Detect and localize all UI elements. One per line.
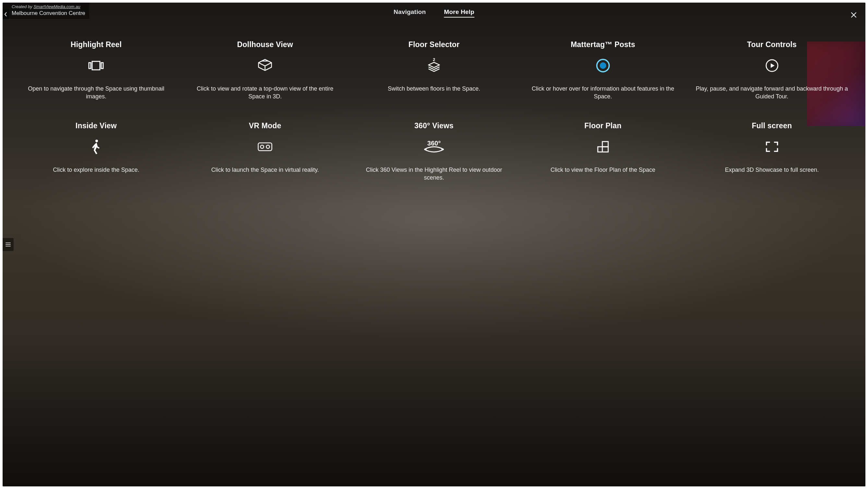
card-desc: Expand 3D Showcase to full screen. [692,166,851,174]
card-desc: Click to view and rotate a top-down view… [186,85,344,100]
svg-rect-7 [101,63,103,68]
card-desc: Click or hover over for information abou… [524,85,682,100]
svg-marker-22 [424,148,427,151]
vr-headset-icon [186,137,344,156]
close-button[interactable] [849,10,858,20]
tab-navigation[interactable]: Navigation [394,8,426,18]
card-title: Mattertag™ Posts [524,40,682,49]
card-full-screen: Full screen Expand 3D Showcase to full s… [691,119,852,184]
floor-plan-icon [524,137,682,156]
card-vr-mode: VR Mode Click to launch the Space in vir… [185,119,346,184]
card-360-views: 360° Views 360° Click 360 Views in the H… [353,119,515,184]
svg-rect-6 [89,63,91,68]
card-floor-selector: Floor Selector 2 Switch between floors i… [353,38,515,103]
title-bar: Created by SmartViewMedia.com.au Melbour… [3,3,89,19]
credit-prefix: Created by [12,4,33,9]
card-floor-plan: Floor Plan Click to view the Floor Plan … [522,119,683,184]
card-title: Floor Plan [524,121,682,130]
svg-point-18 [260,145,264,148]
back-button[interactable] [3,10,9,19]
card-desc: Open to navigate through the Space using… [17,85,176,100]
svg-rect-5 [92,61,100,70]
card-desc: Click to view the Floor Plan of the Spac… [524,166,682,174]
svg-marker-11 [429,62,439,67]
svg-marker-15 [771,63,775,68]
three-sixty-icon: 360° [355,137,514,156]
tab-more-help[interactable]: More Help [444,8,474,18]
card-mattertag-posts: Mattertag™ Posts Click or hover over for… [522,38,683,103]
card-title: Highlight Reel [17,40,176,49]
card-dollhouse-view: Dollhouse View Click to view and rotate … [185,38,346,103]
card-highlight-reel: Highlight Reel Open to navigate through … [16,38,177,103]
play-circle-icon [692,56,851,75]
card-title: VR Mode [186,121,344,130]
svg-marker-8 [258,59,272,66]
svg-point-13 [600,62,606,69]
mattertag-icon [524,56,682,75]
help-grid: Highlight Reel Open to navigate through … [16,38,852,184]
floor-selector-icon: 2 [355,56,514,75]
svg-rect-24 [602,142,608,147]
card-inside-view: Inside View Click to explore inside the … [16,119,177,184]
walking-person-icon [17,137,176,156]
card-title: Floor Selector [355,40,514,49]
svg-rect-23 [598,147,608,152]
card-title: Full screen [692,121,851,130]
credit-link[interactable]: SmartViewMedia.com.au [33,4,80,9]
svg-text:360°: 360° [427,140,440,147]
card-title: Tour Controls [692,40,851,49]
filmstrip-icon [17,56,176,75]
space-title: Melbourne Convention Centre [12,10,85,17]
svg-text:2: 2 [433,58,435,62]
card-tour-controls: Tour Controls Play, pause, and navigate … [691,38,852,103]
card-title: Dollhouse View [186,40,344,49]
fullscreen-icon [692,137,851,156]
help-tabs: Navigation More Help [394,8,474,18]
card-desc: Play, pause, and navigate forward and ba… [692,85,851,100]
card-title: Inside View [17,121,176,130]
credit-line: Created by SmartViewMedia.com.au [12,4,85,10]
card-desc: Click to explore inside the Space. [17,166,176,174]
card-desc: Switch between floors in the Space. [355,85,514,92]
svg-point-19 [266,145,270,148]
dollhouse-icon [186,56,344,75]
svg-point-16 [95,140,98,142]
card-desc: Click to launch the Space in virtual rea… [186,166,344,174]
help-overlay: Created by SmartViewMedia.com.au Melbour… [3,3,865,486]
card-title: 360° Views [355,121,514,130]
panel-toggle-button[interactable] [3,238,13,251]
card-desc: Click 360 Views in the Highlight Reel to… [355,166,514,182]
